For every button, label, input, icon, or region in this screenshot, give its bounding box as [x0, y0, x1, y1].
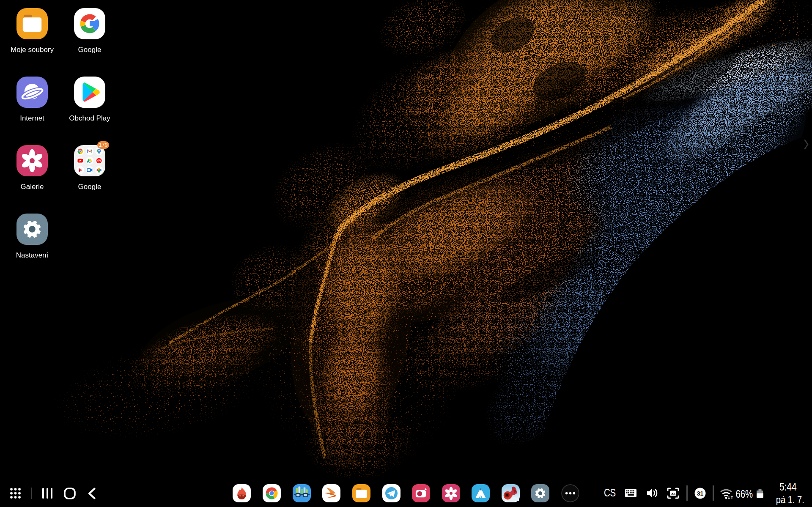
svg-text:31: 31 — [697, 490, 704, 497]
